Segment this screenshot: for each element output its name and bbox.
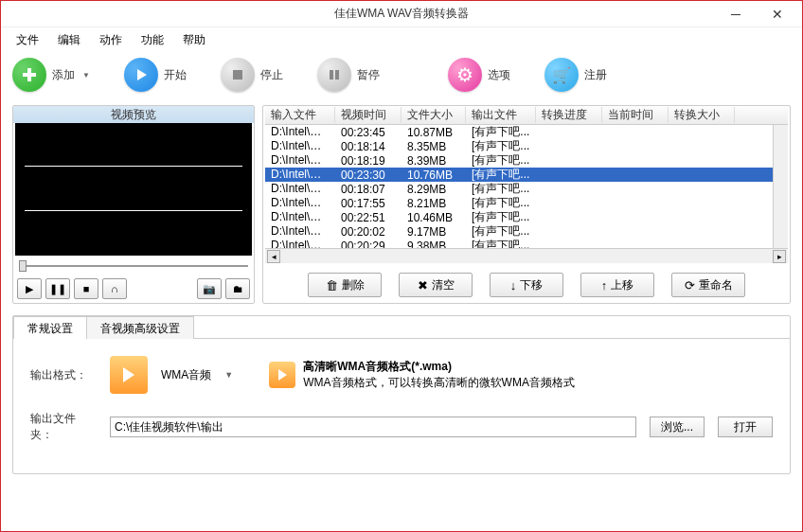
menu-help[interactable]: 帮助: [175, 30, 213, 50]
svg-rect-5: [335, 70, 339, 80]
table-row[interactable]: D:\Intel\有...00:18:198.39MB[有声下吧...: [265, 153, 788, 168]
arrow-down-icon: ↓: [510, 278, 517, 293]
close-button[interactable]: ✕: [757, 1, 798, 27]
stop-icon: [221, 58, 255, 92]
toolbar: 添加▼ 开始 停止 暂停 ⚙ 选项 🛒 注册: [1, 52, 802, 98]
options-button[interactable]: ⚙ 选项: [448, 58, 510, 92]
titlebar: 佳佳WMA WAV音频转换器 ─ ✕: [1, 1, 802, 27]
open-button[interactable]: 打开: [718, 417, 773, 437]
minimize-button[interactable]: ─: [715, 1, 757, 27]
file-list-panel: 输入文件 视频时间 文件大小 输出文件 转换进度 当前时间 转换大小 D:\In…: [262, 105, 791, 304]
table-row[interactable]: D:\Intel\有...00:20:029.17MB[有声下吧...: [265, 224, 788, 239]
browse-button[interactable]: 浏览...: [650, 417, 705, 437]
folder-button[interactable]: 🖿: [225, 278, 250, 299]
svg-rect-3: [233, 70, 242, 80]
rename-button[interactable]: ⟳重命名: [671, 273, 745, 297]
vertical-scrollbar[interactable]: [773, 125, 788, 248]
cart-icon: 🛒: [544, 58, 579, 92]
pause-button-small[interactable]: ❚❚: [45, 278, 70, 299]
seek-slider[interactable]: [19, 259, 248, 273]
x-icon: ✖: [418, 278, 428, 293]
clear-button[interactable]: ✖清空: [399, 273, 473, 297]
plus-icon: [12, 58, 46, 92]
delete-button[interactable]: 🗑删除: [308, 273, 382, 297]
play-icon: [124, 58, 158, 92]
settings-panel: 常规设置 音视频高级设置 输出格式： WMA音频 ▼ 高清晰WMA音频格式(*.…: [12, 315, 791, 474]
movedown-button[interactable]: ↓下移: [490, 273, 563, 297]
trash-icon: 🗑: [326, 278, 338, 293]
dropdown-icon: ▼: [82, 71, 90, 80]
menu-edit[interactable]: 编辑: [50, 30, 88, 50]
svg-rect-1: [23, 73, 36, 77]
menu-function[interactable]: 功能: [134, 30, 171, 50]
format-selector[interactable]: WMA音频 ▼: [110, 356, 233, 394]
scroll-right-icon[interactable]: ▸: [773, 250, 786, 263]
menu-file[interactable]: 文件: [9, 30, 46, 50]
outdir-label: 输出文件夹：: [30, 411, 97, 443]
format-label: 输出格式：: [30, 367, 97, 383]
play-button[interactable]: ▶: [17, 278, 42, 299]
arrow-up-icon: ↑: [601, 278, 608, 293]
format-icon: [110, 356, 148, 394]
svg-rect-4: [330, 70, 333, 80]
table-row[interactable]: D:\Intel\有...00:23:4510.87MB[有声下吧...: [265, 125, 788, 139]
svg-marker-2: [137, 69, 147, 80]
table-row[interactable]: D:\Intel\有...00:22:5110.46MB[有声下吧...: [265, 210, 788, 224]
headphone-button[interactable]: ∩: [102, 278, 127, 299]
table-row[interactable]: D:\Intel\有...00:18:148.35MB[有声下吧...: [265, 139, 788, 153]
table-row[interactable]: D:\Intel\有...00:20:299.38MB[有声下吧...: [265, 239, 788, 248]
format-description: 高清晰WMA音频格式(*.wma) WMA音频格式，可以转换高清晰的微软WMA音…: [269, 359, 575, 391]
menubar: 文件 编辑 动作 功能 帮助: [1, 27, 802, 52]
snapshot-button[interactable]: 📷: [197, 278, 222, 299]
preview-video: [15, 123, 252, 256]
format-icon-small: [269, 362, 295, 388]
pause-icon: [317, 58, 351, 92]
gear-icon: ⚙: [448, 58, 482, 92]
window-title: 佳佳WMA WAV音频转换器: [334, 6, 469, 22]
rename-icon: ⟳: [685, 278, 695, 293]
table-row[interactable]: D:\Intel\有...00:23:3010.76MB[有声下吧...: [265, 168, 788, 182]
table-header: 输入文件 视频时间 文件大小 输出文件 转换进度 当前时间 转换大小: [265, 106, 788, 125]
horizontal-scrollbar[interactable]: ◂ ▸: [265, 248, 788, 263]
preview-panel: 视频预览 ▶ ❚❚ ■ ∩ 📷 🖿: [12, 105, 255, 304]
menu-action[interactable]: 动作: [92, 30, 130, 50]
moveup-button[interactable]: ↑上移: [580, 273, 654, 297]
preview-title: 视频预览: [13, 106, 254, 123]
tab-general[interactable]: 常规设置: [13, 316, 87, 339]
stop-button-small[interactable]: ■: [74, 278, 98, 299]
add-button[interactable]: 添加▼: [12, 58, 90, 92]
table-body: D:\Intel\有...00:23:4510.87MB[有声下吧...D:\I…: [265, 125, 788, 248]
stop-button[interactable]: 停止: [221, 58, 283, 92]
tab-advanced[interactable]: 音视频高级设置: [86, 316, 194, 339]
table-row[interactable]: D:\Intel\有...00:18:078.29MB[有声下吧...: [265, 182, 788, 196]
scroll-left-icon[interactable]: ◂: [267, 250, 280, 263]
start-button[interactable]: 开始: [124, 58, 187, 92]
pause-button[interactable]: 暂停: [317, 58, 380, 92]
outdir-input[interactable]: [110, 417, 636, 437]
dropdown-icon[interactable]: ▼: [224, 370, 233, 380]
table-row[interactable]: D:\Intel\有...00:17:558.21MB[有声下吧...: [265, 196, 788, 210]
register-button[interactable]: 🛒 注册: [544, 58, 607, 92]
